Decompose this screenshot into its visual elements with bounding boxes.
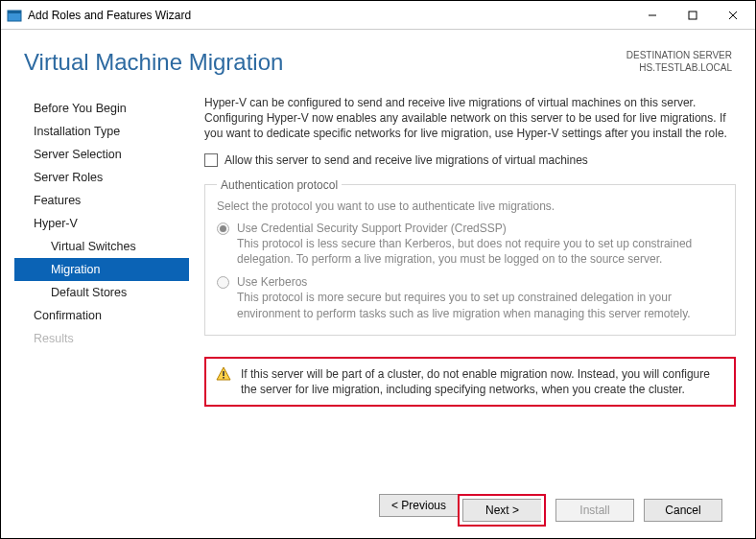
- allow-migrations-checkbox[interactable]: [204, 153, 218, 167]
- intro-text: Hyper-V can be configured to send and re…: [204, 95, 736, 142]
- nav-confirmation[interactable]: Confirmation: [14, 304, 189, 327]
- radio-credssp-desc: This protocol is less secure than Kerber…: [237, 236, 723, 267]
- radio-credssp: [217, 223, 229, 235]
- nav-default-stores[interactable]: Default Stores: [14, 281, 189, 304]
- prev-next-group: < Previous Next >: [379, 494, 546, 527]
- minimize-button[interactable]: [632, 2, 673, 29]
- footer: < Previous Next > Install Cancel: [14, 482, 742, 538]
- wizard-body: Virtual Machine Migration DESTINATION SE…: [1, 30, 755, 538]
- svg-rect-1: [8, 11, 21, 13]
- radio-kerberos-desc: This protocol is more secure but require…: [237, 290, 723, 320]
- nav-before-you-begin[interactable]: Before You Begin: [14, 97, 189, 120]
- svg-rect-7: [223, 371, 224, 376]
- close-button[interactable]: [713, 2, 753, 29]
- radio-credssp-row: Use Credential Security Support Provider…: [217, 221, 723, 268]
- previous-button[interactable]: < Previous: [379, 494, 458, 517]
- allow-migrations-row[interactable]: Allow this server to send and receive li…: [204, 153, 736, 167]
- next-button[interactable]: Next >: [462, 499, 541, 522]
- warning-box: If this server will be part of a cluster…: [204, 357, 736, 407]
- wizard-window: Add Roles and Features Wizard Virtual Ma…: [0, 0, 756, 539]
- auth-protocol-legend: Authentication protocol: [217, 178, 342, 192]
- nav-virtual-switches[interactable]: Virtual Switches: [14, 235, 189, 258]
- nav-features[interactable]: Features: [14, 189, 189, 212]
- nav-installation-type[interactable]: Installation Type: [14, 120, 189, 143]
- window-title: Add Roles and Features Wizard: [28, 9, 632, 22]
- allow-migrations-label: Allow this server to send and receive li…: [224, 153, 588, 167]
- nav-migration[interactable]: Migration: [14, 258, 189, 281]
- main-area: Before You Begin Installation Type Serve…: [14, 91, 742, 482]
- svg-rect-8: [223, 377, 224, 379]
- destination-value: HS.TESTLAB.LOCAL: [626, 61, 732, 74]
- destination-label: DESTINATION SERVER: [626, 49, 732, 61]
- nav-results: Results: [14, 327, 189, 350]
- app-icon: [7, 8, 22, 23]
- cancel-button[interactable]: Cancel: [644, 499, 722, 522]
- next-button-highlight: Next >: [458, 494, 546, 527]
- warning-text: If this server will be part of a cluster…: [241, 366, 724, 397]
- titlebar: Add Roles and Features Wizard: [1, 1, 755, 30]
- svg-rect-3: [689, 12, 697, 19]
- auth-protocol-desc: Select the protocol you want to use to a…: [217, 199, 723, 213]
- radio-credssp-label: Use Credential Security Support Provider…: [237, 221, 723, 236]
- auth-protocol-fieldset: Authentication protocol Select the proto…: [204, 178, 736, 336]
- nav-sidebar: Before You Begin Installation Type Serve…: [14, 91, 189, 482]
- nav-server-roles[interactable]: Server Roles: [14, 166, 189, 189]
- install-button: Install: [555, 499, 634, 522]
- page-title: Virtual Machine Migration: [24, 49, 283, 76]
- nav-hyper-v[interactable]: Hyper-V: [14, 212, 189, 235]
- radio-kerberos-row: Use Kerberos This protocol is more secur…: [217, 274, 723, 321]
- warning-icon: [216, 366, 231, 382]
- destination-server: DESTINATION SERVER HS.TESTLAB.LOCAL: [626, 49, 732, 74]
- content-pane: Hyper-V can be configured to send and re…: [189, 91, 742, 482]
- nav-server-selection[interactable]: Server Selection: [14, 143, 189, 166]
- radio-kerberos-label: Use Kerberos: [237, 274, 723, 290]
- radio-kerberos: [217, 276, 229, 289]
- maximize-button[interactable]: [673, 2, 713, 29]
- header-row: Virtual Machine Migration DESTINATION SE…: [24, 49, 732, 76]
